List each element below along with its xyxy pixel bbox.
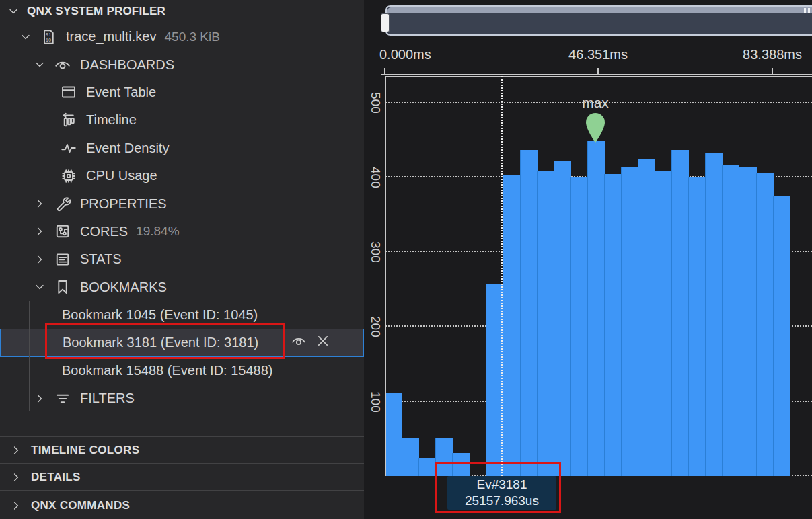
histogram-bar[interactable] [773, 196, 790, 476]
bookmark-item-3181-selected[interactable]: Bookmark 3181 (Event ID: 3181) [0, 329, 364, 356]
time-label-start: 0.000ms [379, 47, 431, 63]
y-tick-200: 200 [367, 305, 384, 348]
trace-file-size: 450.3 KiB [165, 30, 220, 44]
y-tick-300: 300 [367, 231, 384, 274]
panel-label: DETAILS [31, 471, 81, 484]
histogram-bar[interactable] [418, 458, 436, 476]
histogram-bar[interactable] [385, 393, 402, 476]
sidebar-title: QNX SYSTEM PROFILER [27, 5, 165, 18]
histogram-bar[interactable] [452, 453, 470, 476]
y-tick-100: 100 [367, 381, 384, 424]
tree-item-dashboards[interactable]: DASHBOARDS [0, 50, 364, 78]
stats-label: STATS [80, 251, 121, 267]
histogram-bar[interactable] [587, 141, 605, 476]
panel-qnx-commands[interactable]: QNX COMMANDS [0, 490, 364, 519]
selected-event-marker-line [501, 76, 503, 476]
histogram-bar[interactable] [638, 159, 655, 476]
histogram-bar[interactable] [435, 438, 453, 476]
chevron-down-icon[interactable] [18, 30, 33, 44]
y-axis-line [385, 76, 386, 476]
panel-details[interactable]: DETAILS [0, 463, 364, 490]
histogram-bar[interactable] [520, 150, 538, 476]
timeline-icon [61, 112, 77, 128]
tree-item-cpu-usage[interactable]: CPU Usage [0, 162, 364, 190]
tree-indent-guide [29, 301, 30, 411]
histogram-bar[interactable] [722, 165, 739, 476]
panel-timeline-colors[interactable]: TIMELINE COLORS [0, 436, 364, 463]
histogram-bar[interactable] [756, 173, 774, 476]
histogram-bar[interactable] [705, 153, 723, 476]
time-ruler [381, 74, 812, 75]
bookmark-label: Bookmark 1045 (Event ID: 1045) [62, 307, 258, 323]
tree-item-properties[interactable]: PROPERTIES [0, 190, 364, 217]
bookmarks-label: BOOKMARKS [80, 280, 167, 295]
tree-item-event-table[interactable]: Event Table [0, 79, 364, 106]
wrench-icon [54, 196, 71, 212]
chevron-down-icon[interactable] [32, 280, 47, 294]
timeline-label: Timeline [86, 112, 137, 128]
histogram-bar[interactable] [570, 177, 588, 476]
tree-item-cores[interactable]: CORES 19.84% [0, 218, 364, 245]
chevron-down-icon[interactable] [32, 57, 47, 72]
y-tick-400: 400 [367, 156, 384, 199]
histogram-bar[interactable] [604, 174, 622, 476]
pulse-icon [61, 140, 77, 156]
chevron-right-icon[interactable] [32, 252, 47, 267]
sidebar-title-row[interactable]: QNX SYSTEM PROFILER [0, 0, 364, 23]
tree-item-trace-file[interactable]: 01 10 trace_multi.kev 450.3 KiB [0, 23, 364, 50]
qnx-profiler-sidebar: QNX SYSTEM PROFILER 01 10 trace_multi.ke… [0, 0, 364, 519]
eye-icon [54, 56, 71, 73]
chevron-right-icon[interactable] [32, 391, 47, 406]
chevron-right-icon[interactable] [9, 470, 24, 485]
tree-item-stats[interactable]: STATS [0, 245, 364, 273]
time-label-mid: 46.351ms [568, 47, 628, 63]
dashboards-label: DASHBOARDS [80, 57, 174, 73]
cores-usage-value: 19.84% [136, 224, 179, 239]
bookmark-icon [54, 279, 71, 295]
window-table-icon [61, 84, 77, 100]
histogram-bar[interactable] [655, 171, 672, 476]
tree-item-timeline[interactable]: Timeline [0, 106, 364, 134]
histogram-bar[interactable] [671, 150, 689, 476]
chevron-right-icon[interactable] [9, 498, 24, 513]
time-range-selector[interactable] [385, 5, 812, 36]
remove-bookmark-close-icon[interactable] [316, 333, 330, 352]
panel-label: QNX COMMANDS [31, 499, 130, 512]
bookmark-item-1045[interactable]: Bookmark 1045 (Event ID: 1045) [0, 301, 364, 329]
histogram-bar[interactable] [402, 438, 419, 476]
range-grip-icon[interactable] [804, 8, 812, 13]
chip-icon [61, 168, 77, 184]
event-density-panel: 0.000ms 46.351ms 83.388ms 500 400 300 20… [364, 0, 812, 519]
tree-item-filters[interactable]: FILTERS [0, 385, 364, 412]
histogram-bar[interactable] [554, 161, 571, 476]
cpu-usage-label: CPU Usage [86, 168, 157, 184]
bottom-panels: TIMELINE COLORS DETAILS QNX COMMANDS [0, 436, 364, 519]
range-left-handle[interactable] [381, 13, 390, 32]
histogram-bar[interactable] [688, 177, 706, 476]
profiler-tree: 01 10 trace_multi.kev 450.3 KiB DASHBOAR… [0, 23, 364, 412]
chevron-right-icon[interactable] [32, 196, 47, 211]
histogram-bar[interactable] [503, 175, 520, 476]
histogram-bar[interactable] [621, 167, 638, 476]
chevron-right-icon[interactable] [32, 224, 47, 239]
trace-file-name: trace_multi.kev [66, 29, 157, 44]
circuit-board-icon [54, 223, 71, 239]
histogram-bar[interactable] [537, 171, 554, 476]
filter-icon [54, 391, 71, 407]
event-tooltip: Ev#3181 25157.963us [447, 476, 556, 510]
max-annotation-label: max [568, 95, 622, 111]
time-label-end: 83.388ms [743, 47, 802, 63]
event-density-label: Event Density [86, 141, 169, 156]
cores-label: CORES [80, 224, 128, 239]
range-top-strip[interactable] [387, 7, 812, 13]
bookmark-item-15488[interactable]: Bookmark 15488 (Event ID: 15488) [0, 357, 364, 385]
y-tick-500: 500 [367, 81, 384, 124]
ruler-tick [597, 68, 599, 75]
tree-item-event-density[interactable]: Event Density [0, 134, 364, 162]
output-icon [54, 251, 71, 268]
tree-item-bookmarks[interactable]: BOOKMARKS [0, 274, 364, 301]
open-preview-eye-icon[interactable] [291, 333, 306, 352]
histogram-bar[interactable] [739, 167, 756, 476]
chevron-down-icon[interactable] [6, 4, 21, 19]
chevron-right-icon[interactable] [9, 443, 24, 458]
